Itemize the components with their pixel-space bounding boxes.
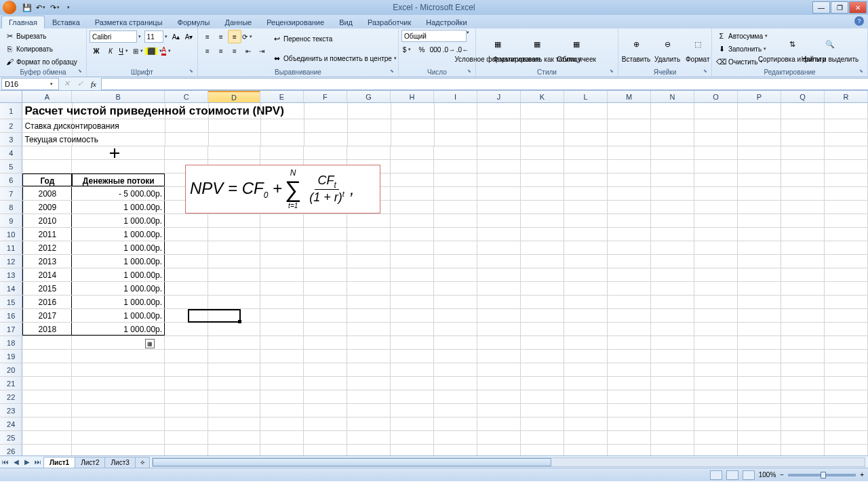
cell-F10[interactable] <box>304 228 347 241</box>
cell-E23[interactable] <box>260 404 304 417</box>
cell-D3[interactable] <box>209 133 261 146</box>
cut-button[interactable]: ✂Вырезать <box>3 30 79 41</box>
cell-A2[interactable]: Ставка дисконтирования <box>22 119 73 132</box>
cell-G4[interactable] <box>347 146 391 159</box>
cell-A10[interactable]: 2011 <box>22 228 72 241</box>
cell-K5[interactable] <box>521 160 564 173</box>
cell-J10[interactable] <box>477 228 521 241</box>
cell-O21[interactable] <box>694 377 738 390</box>
cell-H12[interactable] <box>391 255 434 268</box>
cell-K19[interactable] <box>521 350 564 363</box>
cell-H22[interactable] <box>391 390 434 403</box>
cell-R6[interactable] <box>825 174 868 186</box>
cell-D19[interactable] <box>208 350 260 363</box>
font-color-button[interactable]: A▾ <box>161 44 174 58</box>
column-header-G[interactable]: G <box>347 91 391 102</box>
cell-N10[interactable] <box>651 228 694 241</box>
cell-H1[interactable] <box>391 103 435 119</box>
cell-Q19[interactable] <box>781 350 825 363</box>
comma-button[interactable]: 000 <box>429 43 442 56</box>
cell-O14[interactable] <box>694 282 738 295</box>
cell-K21[interactable] <box>521 377 564 390</box>
column-header-B[interactable]: B <box>72 91 165 102</box>
cell-H13[interactable] <box>391 268 434 281</box>
cell-K26[interactable] <box>521 445 564 455</box>
cell-J16[interactable] <box>477 309 521 322</box>
cell-I16[interactable] <box>434 309 477 322</box>
cell-M8[interactable] <box>608 201 651 214</box>
cell-Q10[interactable] <box>781 228 825 241</box>
cell-G17[interactable] <box>347 323 391 336</box>
redo-icon[interactable]: ↷▾ <box>50 1 62 14</box>
cell-A5[interactable] <box>22 160 72 173</box>
cell-E9[interactable] <box>260 214 304 227</box>
cell-K24[interactable] <box>521 418 564 430</box>
cell-J7[interactable] <box>477 187 521 200</box>
cell-L17[interactable] <box>564 323 608 336</box>
cell-J6[interactable] <box>477 174 521 186</box>
cell-J5[interactable] <box>477 160 521 173</box>
cell-O18[interactable] <box>694 336 738 349</box>
cell-C13[interactable] <box>165 268 208 281</box>
cell-O8[interactable] <box>694 201 738 214</box>
cell-M7[interactable] <box>608 187 651 200</box>
row-header-6[interactable]: 6 <box>0 174 22 186</box>
column-header-H[interactable]: H <box>391 91 434 102</box>
cell-D25[interactable] <box>208 431 260 444</box>
cell-J11[interactable] <box>477 241 521 254</box>
cell-M4[interactable] <box>608 146 651 159</box>
normal-view-button[interactable] <box>710 470 722 480</box>
cell-L8[interactable] <box>564 201 608 214</box>
fx-icon[interactable]: fx <box>87 79 100 89</box>
cell-E15[interactable] <box>260 296 304 308</box>
column-header-Q[interactable]: Q <box>781 91 825 102</box>
save-icon[interactable]: 💾 <box>21 1 33 14</box>
cell-R25[interactable] <box>825 431 868 444</box>
autosum-button[interactable]: ΣАвтосумма▾ <box>715 30 772 41</box>
row-header-17[interactable]: 17 <box>0 323 22 336</box>
cell-R21[interactable] <box>825 377 868 390</box>
cell-O24[interactable] <box>694 418 738 430</box>
column-header-P[interactable]: P <box>738 91 781 102</box>
cell-G10[interactable] <box>347 228 391 241</box>
cell-I6[interactable] <box>434 174 477 186</box>
cell-L9[interactable] <box>564 214 608 227</box>
cell-P10[interactable] <box>738 228 781 241</box>
fill-color-button[interactable]: ⬛▾ <box>146 44 160 58</box>
cell-L25[interactable] <box>564 431 608 444</box>
cell-Q7[interactable] <box>781 187 825 200</box>
cell-B25[interactable] <box>72 431 165 444</box>
cell-N11[interactable] <box>651 241 694 254</box>
cell-N17[interactable] <box>651 323 694 336</box>
cell-E12[interactable] <box>260 255 304 268</box>
cell-M22[interactable] <box>608 390 651 403</box>
cell-E4[interactable] <box>260 146 304 159</box>
row-header-13[interactable]: 13 <box>0 268 22 281</box>
cell-R15[interactable] <box>825 296 868 308</box>
cell-D12[interactable] <box>208 255 260 268</box>
cell-L19[interactable] <box>564 350 608 363</box>
cell-I18[interactable] <box>434 336 477 349</box>
cell-F21[interactable] <box>304 377 347 390</box>
cell-B6[interactable]: Денежные потоки <box>72 174 165 186</box>
cell-M19[interactable] <box>608 350 651 363</box>
cell-C14[interactable] <box>165 282 208 295</box>
cell-B7[interactable]: - 5 000.00р. <box>72 187 165 200</box>
cell-R20[interactable] <box>825 363 868 376</box>
cell-A6[interactable]: Год <box>22 174 72 186</box>
cell-B16[interactable]: 1 000.00р. <box>72 309 165 322</box>
cell-B11[interactable]: 1 000.00р. <box>72 241 165 254</box>
cell-Q5[interactable] <box>781 160 825 173</box>
cell-R10[interactable] <box>825 228 868 241</box>
cell-P15[interactable] <box>738 296 781 308</box>
cell-C11[interactable] <box>165 241 208 254</box>
row-header-23[interactable]: 23 <box>0 404 22 417</box>
cell-K25[interactable] <box>521 431 564 444</box>
next-sheet-button[interactable]: ▶ <box>22 457 33 468</box>
cell-G24[interactable] <box>347 418 391 430</box>
undo-icon[interactable]: ↶▾ <box>35 1 47 14</box>
cell-C25[interactable] <box>165 431 208 444</box>
sheet-tab-1[interactable]: Лист1 <box>43 457 75 468</box>
cell-H23[interactable] <box>391 404 434 417</box>
cell-J15[interactable] <box>477 296 521 308</box>
